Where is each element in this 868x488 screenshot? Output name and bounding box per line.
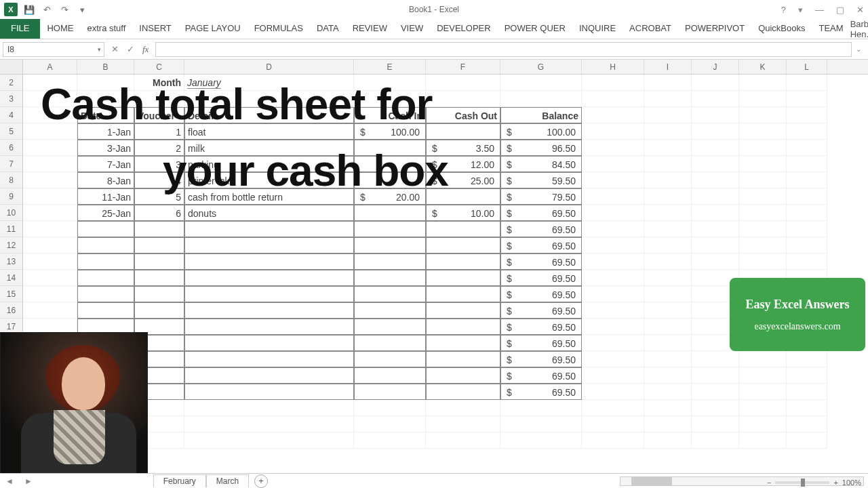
cell[interactable] [354,351,426,367]
cell[interactable] [23,107,77,123]
cell-cash-out[interactable]: $25.00 [426,172,500,188]
cell[interactable] [354,432,426,449]
cell[interactable] [23,156,77,172]
cell[interactable] [739,188,787,205]
cell[interactable] [23,188,77,205]
cell[interactable] [77,75,134,91]
cell[interactable] [426,384,500,400]
cell[interactable] [426,400,500,416]
tab-developer[interactable]: DEVELOPER [430,19,497,39]
cell-voucher[interactable]: 6 [134,205,184,221]
cell-balance[interactable]: $69.50 [500,302,582,319]
cell[interactable] [184,286,354,302]
cell[interactable] [644,286,692,302]
cell[interactable] [354,384,426,400]
tab-formulas[interactable]: FORMULAS [248,19,310,39]
tab-extra-stuff[interactable]: extra stuff [80,19,132,39]
col-D[interactable]: D [184,60,354,74]
cell[interactable] [644,367,692,384]
cell-voucher[interactable]: 4 [134,172,184,188]
sheet-nav-next-icon[interactable]: ► [19,476,38,486]
cell-balance[interactable]: $59.50 [500,172,582,188]
row-header[interactable]: 9 [0,188,23,205]
hdr-detail[interactable]: Detail [184,107,354,123]
row-header[interactable]: 8 [0,172,23,188]
cell[interactable] [23,205,77,221]
cell[interactable] [77,270,134,286]
cell-date[interactable]: 25-Jan [77,205,134,221]
cell[interactable] [582,432,644,449]
cell[interactable] [426,351,500,367]
cell-cash-out[interactable] [426,123,500,140]
cell[interactable] [134,237,184,253]
sheet-tab-february[interactable]: February [153,474,206,487]
cell-balance[interactable]: $69.50 [500,286,582,302]
cell[interactable] [184,416,354,432]
cell[interactable] [787,123,827,140]
cell[interactable] [739,351,787,367]
cell-cash-in[interactable] [354,140,426,156]
cell[interactable] [644,319,692,335]
cell[interactable] [582,286,644,302]
cell[interactable] [426,91,500,107]
cell[interactable] [644,107,692,123]
cell-balance[interactable]: $79.50 [500,188,582,205]
cell[interactable] [426,75,500,91]
cell-voucher[interactable]: 5 [134,188,184,205]
cell[interactable] [582,75,644,91]
cell[interactable] [582,156,644,172]
cell[interactable] [692,237,739,253]
cell-cash-in[interactable]: $100.00 [354,123,426,140]
col-J[interactable]: J [692,60,739,74]
cell-detail[interactable]: donuts [184,205,354,221]
cell[interactable] [787,140,827,156]
cell[interactable] [692,367,739,384]
cell[interactable] [23,221,77,237]
cell[interactable] [787,237,827,253]
cell[interactable] [739,221,787,237]
cell[interactable] [644,302,692,319]
cell[interactable] [644,156,692,172]
cell-balance[interactable]: $69.50 [500,270,582,286]
cell-voucher[interactable]: 2 [134,140,184,156]
cell[interactable] [644,221,692,237]
col-K[interactable]: K [739,60,787,74]
cell[interactable] [644,400,692,416]
select-all-corner[interactable] [0,60,23,74]
row-header[interactable]: 15 [0,286,23,302]
cell[interactable] [739,416,787,432]
cell[interactable] [692,400,739,416]
cell[interactable] [77,91,134,107]
row-header[interactable]: 6 [0,140,23,156]
cell[interactable] [582,140,644,156]
cell[interactable] [582,351,644,367]
maximize-icon[interactable]: ▢ [836,5,844,15]
tab-quickbooks[interactable]: QuickBooks [751,19,812,39]
tab-file[interactable]: FILE [0,19,40,39]
cell[interactable] [23,140,77,156]
cell[interactable] [739,400,787,416]
cell-balance[interactable]: $69.50 [500,335,582,351]
cell-cash-in[interactable] [354,172,426,188]
cell-cash-out[interactable] [426,188,500,205]
cell[interactable] [787,75,827,91]
cell[interactable] [692,91,739,107]
col-C[interactable]: C [134,60,184,74]
hdr-cash-in[interactable]: Cash In [354,107,426,123]
cell[interactable] [354,319,426,335]
row-header[interactable]: 4 [0,107,23,123]
cell[interactable] [426,367,500,384]
cell[interactable] [582,302,644,319]
cell[interactable] [23,91,77,107]
cell[interactable] [354,237,426,253]
cell[interactable] [582,221,644,237]
cell[interactable] [426,416,500,432]
cell[interactable] [582,384,644,400]
cell[interactable] [77,302,134,319]
cell[interactable] [134,302,184,319]
cell[interactable] [23,270,77,286]
cell[interactable] [787,172,827,188]
qat-dropdown-icon[interactable]: ▾ [76,3,88,16]
formula-input[interactable] [155,42,852,57]
cell[interactable] [692,140,739,156]
